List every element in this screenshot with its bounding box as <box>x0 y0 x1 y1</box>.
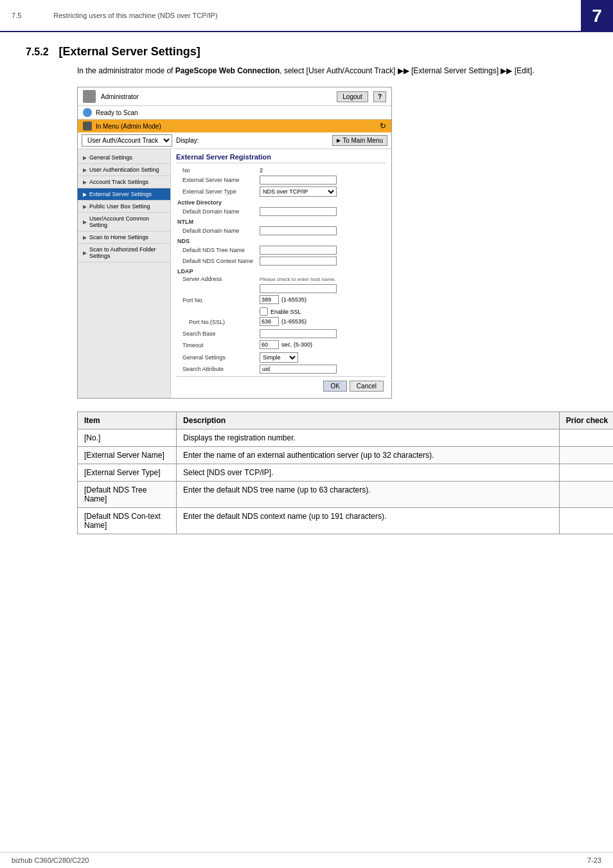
footer-right: 7-23 <box>587 856 601 864</box>
ui-screenshot: Administrator Logout ? Ready to Scan In … <box>77 87 392 399</box>
cell-prior-check <box>559 464 613 482</box>
form-row-port-ssl: Port No.(SSL) (1-65535) <box>176 317 386 327</box>
nav-arrow: ▶ <box>83 250 87 256</box>
section-number: 7.5.2 <box>26 46 49 58</box>
nav-item-label: General Settings <box>89 154 132 161</box>
nav-item-scan-folder[interactable]: ▶ Scan to Authorized Folder Settings <box>78 244 170 262</box>
main-menu-button[interactable]: ▶ To Main Menu <box>332 135 387 146</box>
form-row-ext-type: External Server Type NDS over TCP/IP <box>176 186 386 197</box>
ui-menubar: In Menu (Admin Mode) ↻ <box>78 120 391 132</box>
nds-header: NDS <box>176 238 386 244</box>
cell-prior-check <box>559 447 613 464</box>
table-row: [Default NDS Con-text Name] Enter the de… <box>78 508 614 534</box>
timeout-row: sec. (5-300) <box>260 340 312 349</box>
form-row-nds-context: Default NDS Context Name <box>176 257 386 266</box>
nav-item-label: User Authentication Setting <box>89 167 159 173</box>
ntlm-domain-label: Default Domain Name <box>176 228 260 234</box>
refresh-button[interactable]: ↻ <box>380 122 386 131</box>
search-base-input[interactable] <box>260 329 337 338</box>
ui-admin-bar: Administrator Logout ? <box>78 87 391 106</box>
form-row-ext-name: External Server Name <box>176 176 386 185</box>
ext-server-name-input[interactable] <box>260 176 337 185</box>
nav-item-label: Scan to Home Settings <box>89 234 148 240</box>
nav-arrow: ▶ <box>83 235 87 240</box>
search-attr-label: Search Attribute <box>176 366 260 372</box>
top-rule-bar: 7.5 Restricting users of this machine (N… <box>0 0 613 32</box>
ntlm-domain-input[interactable] <box>260 226 337 235</box>
table-row: [No.] Displays the registration number. <box>78 429 614 447</box>
server-address-hint: Please check to enter host name. <box>260 276 386 282</box>
cell-item: [Default NDS Con-text Name] <box>78 508 177 534</box>
nds-context-label: Default NDS Context Name <box>176 258 260 264</box>
nds-tree-input[interactable] <box>260 246 337 255</box>
port-ssl-input[interactable] <box>260 317 279 326</box>
nav-item-general[interactable]: ▶ General Settings <box>78 152 170 164</box>
nav-item-label: Scan to Authorized Folder Settings <box>89 246 165 259</box>
cell-description: Enter the name of an external authentica… <box>177 447 560 464</box>
port-ssl-row: (1-65535) <box>260 317 306 326</box>
nav-arrow: ▶ <box>83 192 87 197</box>
help-button[interactable]: ? <box>373 91 386 102</box>
ext-server-type-label: External Server Type <box>176 188 260 195</box>
nav-item-user-account[interactable]: ▶ User/Account Common Setting <box>78 213 170 231</box>
menu-label: In Menu (Admin Mode) <box>96 123 161 130</box>
timeout-label: Timeout <box>176 342 260 348</box>
form-title: External Server Registration <box>176 153 386 163</box>
footer-left: bizhub C360/C280/C220 <box>12 856 89 864</box>
port-input[interactable] <box>260 295 279 304</box>
cancel-button[interactable]: Cancel <box>350 381 384 392</box>
admin-icon <box>83 90 96 103</box>
no-value: 2 <box>260 167 386 174</box>
nav-item-user-auth[interactable]: ▶ User Authentication Setting <box>78 164 170 176</box>
nav-arrow: ▶ <box>83 204 87 210</box>
ext-server-type-select[interactable]: NDS over TCP/IP <box>260 186 337 197</box>
ssl-checkbox[interactable] <box>260 307 268 316</box>
form-row-general-settings: General Settings Simple <box>176 352 386 363</box>
admin-label: Administrator <box>101 93 332 100</box>
timeout-input[interactable] <box>260 340 279 349</box>
col-header-prior-check: Prior check <box>559 412 613 429</box>
nav-item-external-server[interactable]: ▶ External Server Settings <box>78 188 170 201</box>
chapter-number: 7 <box>581 0 613 32</box>
table-row: [Default NDS Tree Name] Enter the defaul… <box>78 482 614 508</box>
cell-item: [External Server Name] <box>78 447 177 464</box>
server-address-label: Server Address <box>176 276 260 282</box>
nav-item-scan-home[interactable]: ▶ Scan to Home Settings <box>78 231 170 244</box>
nav-item-label: External Server Settings <box>89 191 152 197</box>
ok-button[interactable]: OK <box>323 381 346 392</box>
nav-dropdown[interactable]: User Auth/Account Track <box>82 134 172 147</box>
nds-context-input[interactable] <box>260 257 337 266</box>
cell-item: [External Server Type] <box>78 464 177 482</box>
cell-item: [Default NDS Tree Name] <box>78 482 177 508</box>
timeout-unit: sec. (5-300) <box>281 341 312 348</box>
server-address-input[interactable] <box>260 284 337 293</box>
ui-body: ▶ General Settings ▶ User Authentication… <box>78 149 391 398</box>
logout-button[interactable]: Logout <box>337 91 368 102</box>
port-row: (1-65535) <box>260 295 306 304</box>
ad-domain-input[interactable] <box>260 207 337 216</box>
port-label: Port No. <box>176 297 260 303</box>
ad-domain-label: Default Domain Name <box>176 208 260 215</box>
main-content: 7.5.2 [External Server Settings] In the … <box>0 32 613 547</box>
page-footer: bizhub C360/C280/C220 7-23 <box>0 852 613 868</box>
form-row-ad-domain: Default Domain Name <box>176 207 386 216</box>
cell-description: Enter the default NDS context name (up t… <box>177 508 560 534</box>
active-dir-header: Active Directory <box>176 199 386 206</box>
general-settings-select[interactable]: Simple <box>260 352 298 363</box>
form-row-timeout: Timeout sec. (5-300) <box>176 340 386 350</box>
nav-item-label: User/Account Common Setting <box>89 215 165 228</box>
main-menu-icon: ▶ <box>337 138 341 143</box>
nav-item-label: Public User Box Setting <box>89 203 150 210</box>
info-table: Item Description Prior check [No.] Displ… <box>77 411 613 534</box>
nav-item-account-track[interactable]: ▶ Account Track Settings <box>78 176 170 188</box>
section-title: [External Server Settings] <box>59 45 200 59</box>
ntlm-header: NTLM <box>176 219 386 225</box>
search-attr-input[interactable] <box>260 365 337 374</box>
form-row-port: Port No. (1-65535) <box>176 295 386 305</box>
nav-item-public-user[interactable]: ▶ Public User Box Setting <box>78 201 170 213</box>
form-row-ssl: Enable SSL <box>260 307 386 316</box>
cell-description: Displays the registration number. <box>177 429 560 447</box>
main-menu-label: To Main Menu <box>342 137 383 144</box>
nav-arrow: ▶ <box>83 167 87 173</box>
cell-prior-check <box>559 482 613 508</box>
